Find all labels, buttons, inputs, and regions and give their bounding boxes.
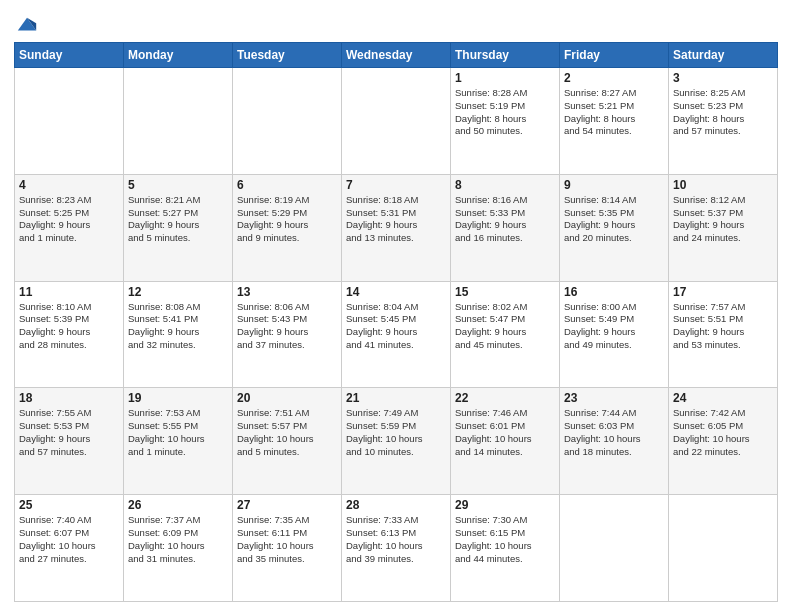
- day-info: Sunrise: 8:14 AM Sunset: 5:35 PM Dayligh…: [564, 194, 664, 245]
- calendar-cell: [233, 68, 342, 175]
- day-number: 12: [128, 285, 228, 299]
- day-number: 18: [19, 391, 119, 405]
- calendar-cell: [560, 495, 669, 602]
- logo-icon: [16, 14, 38, 36]
- day-info: Sunrise: 7:57 AM Sunset: 5:51 PM Dayligh…: [673, 301, 773, 352]
- calendar-cell: 1Sunrise: 8:28 AM Sunset: 5:19 PM Daylig…: [451, 68, 560, 175]
- calendar-cell: 27Sunrise: 7:35 AM Sunset: 6:11 PM Dayli…: [233, 495, 342, 602]
- calendar-week-row: 4Sunrise: 8:23 AM Sunset: 5:25 PM Daylig…: [15, 174, 778, 281]
- day-number: 5: [128, 178, 228, 192]
- calendar-header-friday: Friday: [560, 43, 669, 68]
- day-info: Sunrise: 7:40 AM Sunset: 6:07 PM Dayligh…: [19, 514, 119, 565]
- calendar-cell: 3Sunrise: 8:25 AM Sunset: 5:23 PM Daylig…: [669, 68, 778, 175]
- day-info: Sunrise: 7:33 AM Sunset: 6:13 PM Dayligh…: [346, 514, 446, 565]
- calendar-cell: 12Sunrise: 8:08 AM Sunset: 5:41 PM Dayli…: [124, 281, 233, 388]
- calendar-header-monday: Monday: [124, 43, 233, 68]
- day-info: Sunrise: 8:23 AM Sunset: 5:25 PM Dayligh…: [19, 194, 119, 245]
- day-number: 29: [455, 498, 555, 512]
- calendar-cell: 18Sunrise: 7:55 AM Sunset: 5:53 PM Dayli…: [15, 388, 124, 495]
- day-info: Sunrise: 7:53 AM Sunset: 5:55 PM Dayligh…: [128, 407, 228, 458]
- day-info: Sunrise: 8:27 AM Sunset: 5:21 PM Dayligh…: [564, 87, 664, 138]
- day-number: 22: [455, 391, 555, 405]
- day-info: Sunrise: 7:51 AM Sunset: 5:57 PM Dayligh…: [237, 407, 337, 458]
- calendar-cell: [15, 68, 124, 175]
- day-info: Sunrise: 8:02 AM Sunset: 5:47 PM Dayligh…: [455, 301, 555, 352]
- day-number: 10: [673, 178, 773, 192]
- calendar-week-row: 1Sunrise: 8:28 AM Sunset: 5:19 PM Daylig…: [15, 68, 778, 175]
- calendar-cell: 7Sunrise: 8:18 AM Sunset: 5:31 PM Daylig…: [342, 174, 451, 281]
- calendar-cell: 13Sunrise: 8:06 AM Sunset: 5:43 PM Dayli…: [233, 281, 342, 388]
- day-number: 23: [564, 391, 664, 405]
- day-info: Sunrise: 8:28 AM Sunset: 5:19 PM Dayligh…: [455, 87, 555, 138]
- calendar-header-row: SundayMondayTuesdayWednesdayThursdayFrid…: [15, 43, 778, 68]
- calendar-cell: 29Sunrise: 7:30 AM Sunset: 6:15 PM Dayli…: [451, 495, 560, 602]
- day-info: Sunrise: 8:06 AM Sunset: 5:43 PM Dayligh…: [237, 301, 337, 352]
- day-number: 2: [564, 71, 664, 85]
- calendar-header-saturday: Saturday: [669, 43, 778, 68]
- day-number: 17: [673, 285, 773, 299]
- day-info: Sunrise: 7:35 AM Sunset: 6:11 PM Dayligh…: [237, 514, 337, 565]
- day-info: Sunrise: 8:18 AM Sunset: 5:31 PM Dayligh…: [346, 194, 446, 245]
- header: [14, 10, 778, 36]
- calendar-cell: 11Sunrise: 8:10 AM Sunset: 5:39 PM Dayli…: [15, 281, 124, 388]
- calendar-cell: 22Sunrise: 7:46 AM Sunset: 6:01 PM Dayli…: [451, 388, 560, 495]
- calendar-cell: [124, 68, 233, 175]
- calendar-cell: 4Sunrise: 8:23 AM Sunset: 5:25 PM Daylig…: [15, 174, 124, 281]
- day-number: 13: [237, 285, 337, 299]
- calendar-cell: 19Sunrise: 7:53 AM Sunset: 5:55 PM Dayli…: [124, 388, 233, 495]
- calendar-cell: 8Sunrise: 8:16 AM Sunset: 5:33 PM Daylig…: [451, 174, 560, 281]
- calendar-header-sunday: Sunday: [15, 43, 124, 68]
- calendar-cell: [342, 68, 451, 175]
- calendar-cell: 25Sunrise: 7:40 AM Sunset: 6:07 PM Dayli…: [15, 495, 124, 602]
- day-number: 16: [564, 285, 664, 299]
- day-info: Sunrise: 7:37 AM Sunset: 6:09 PM Dayligh…: [128, 514, 228, 565]
- calendar-cell: 20Sunrise: 7:51 AM Sunset: 5:57 PM Dayli…: [233, 388, 342, 495]
- calendar-cell: 28Sunrise: 7:33 AM Sunset: 6:13 PM Dayli…: [342, 495, 451, 602]
- calendar-week-row: 18Sunrise: 7:55 AM Sunset: 5:53 PM Dayli…: [15, 388, 778, 495]
- day-number: 15: [455, 285, 555, 299]
- day-info: Sunrise: 8:00 AM Sunset: 5:49 PM Dayligh…: [564, 301, 664, 352]
- day-number: 8: [455, 178, 555, 192]
- calendar-header-tuesday: Tuesday: [233, 43, 342, 68]
- calendar-cell: 24Sunrise: 7:42 AM Sunset: 6:05 PM Dayli…: [669, 388, 778, 495]
- calendar-cell: 9Sunrise: 8:14 AM Sunset: 5:35 PM Daylig…: [560, 174, 669, 281]
- calendar-cell: 14Sunrise: 8:04 AM Sunset: 5:45 PM Dayli…: [342, 281, 451, 388]
- day-number: 4: [19, 178, 119, 192]
- day-info: Sunrise: 8:21 AM Sunset: 5:27 PM Dayligh…: [128, 194, 228, 245]
- day-info: Sunrise: 8:08 AM Sunset: 5:41 PM Dayligh…: [128, 301, 228, 352]
- day-number: 28: [346, 498, 446, 512]
- day-number: 3: [673, 71, 773, 85]
- calendar-cell: 6Sunrise: 8:19 AM Sunset: 5:29 PM Daylig…: [233, 174, 342, 281]
- calendar-cell: [669, 495, 778, 602]
- calendar-cell: 17Sunrise: 7:57 AM Sunset: 5:51 PM Dayli…: [669, 281, 778, 388]
- calendar-header-thursday: Thursday: [451, 43, 560, 68]
- calendar-cell: 5Sunrise: 8:21 AM Sunset: 5:27 PM Daylig…: [124, 174, 233, 281]
- day-number: 26: [128, 498, 228, 512]
- day-number: 1: [455, 71, 555, 85]
- page: SundayMondayTuesdayWednesdayThursdayFrid…: [0, 0, 792, 612]
- day-info: Sunrise: 7:44 AM Sunset: 6:03 PM Dayligh…: [564, 407, 664, 458]
- calendar-cell: 21Sunrise: 7:49 AM Sunset: 5:59 PM Dayli…: [342, 388, 451, 495]
- calendar-cell: 10Sunrise: 8:12 AM Sunset: 5:37 PM Dayli…: [669, 174, 778, 281]
- day-number: 27: [237, 498, 337, 512]
- day-info: Sunrise: 7:46 AM Sunset: 6:01 PM Dayligh…: [455, 407, 555, 458]
- calendar-cell: 23Sunrise: 7:44 AM Sunset: 6:03 PM Dayli…: [560, 388, 669, 495]
- day-info: Sunrise: 8:25 AM Sunset: 5:23 PM Dayligh…: [673, 87, 773, 138]
- calendar-week-row: 25Sunrise: 7:40 AM Sunset: 6:07 PM Dayli…: [15, 495, 778, 602]
- calendar-header-wednesday: Wednesday: [342, 43, 451, 68]
- logo: [14, 14, 38, 36]
- day-info: Sunrise: 8:19 AM Sunset: 5:29 PM Dayligh…: [237, 194, 337, 245]
- calendar-cell: 16Sunrise: 8:00 AM Sunset: 5:49 PM Dayli…: [560, 281, 669, 388]
- day-number: 24: [673, 391, 773, 405]
- day-info: Sunrise: 8:16 AM Sunset: 5:33 PM Dayligh…: [455, 194, 555, 245]
- day-number: 6: [237, 178, 337, 192]
- day-number: 14: [346, 285, 446, 299]
- calendar-cell: 26Sunrise: 7:37 AM Sunset: 6:09 PM Dayli…: [124, 495, 233, 602]
- day-info: Sunrise: 7:30 AM Sunset: 6:15 PM Dayligh…: [455, 514, 555, 565]
- calendar-week-row: 11Sunrise: 8:10 AM Sunset: 5:39 PM Dayli…: [15, 281, 778, 388]
- calendar-table: SundayMondayTuesdayWednesdayThursdayFrid…: [14, 42, 778, 602]
- day-number: 9: [564, 178, 664, 192]
- calendar-cell: 2Sunrise: 8:27 AM Sunset: 5:21 PM Daylig…: [560, 68, 669, 175]
- calendar-cell: 15Sunrise: 8:02 AM Sunset: 5:47 PM Dayli…: [451, 281, 560, 388]
- day-number: 19: [128, 391, 228, 405]
